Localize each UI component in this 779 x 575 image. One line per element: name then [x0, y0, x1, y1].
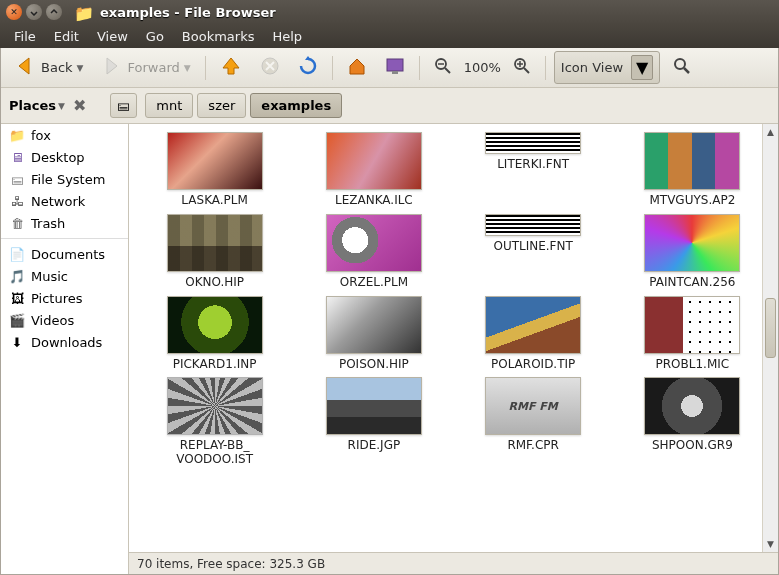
- crumb-szer[interactable]: szer: [197, 93, 246, 118]
- combo-value: Icon View: [561, 60, 623, 75]
- file-item[interactable]: PAINTCAN.256: [617, 214, 768, 290]
- forward-button[interactable]: Forward ▼: [95, 51, 196, 85]
- folder-icon: 🎵: [9, 268, 25, 284]
- crumb-examples[interactable]: examples: [250, 93, 342, 118]
- menu-edit[interactable]: Edit: [46, 27, 87, 46]
- stop-button[interactable]: [254, 52, 286, 84]
- sidebar-item-label: File System: [31, 172, 105, 187]
- file-item[interactable]: PROBL1.MIC: [617, 296, 768, 372]
- file-label: PROBL1.MIC: [656, 358, 730, 372]
- forward-icon: [101, 55, 123, 81]
- sidebar-item-label: Documents: [31, 247, 105, 262]
- menu-bookmarks[interactable]: Bookmarks: [174, 27, 263, 46]
- file-item[interactable]: RIDE.JGP: [298, 377, 449, 467]
- file-item[interactable]: LITERKI.FNT: [458, 132, 609, 208]
- close-button[interactable]: ✕: [6, 4, 22, 20]
- menu-help[interactable]: Help: [264, 27, 310, 46]
- file-thumbnail: [485, 132, 581, 154]
- chevron-down-icon: ▼: [184, 63, 191, 73]
- chevron-down-icon: ▼: [631, 55, 653, 80]
- location-bar: Places ▼ ✖ 🖴 mntszerexamples: [1, 88, 778, 124]
- file-item[interactable]: MTVGUYS.AP2: [617, 132, 768, 208]
- sidebar-item-fox[interactable]: 📁fox: [1, 124, 128, 146]
- menu-view[interactable]: View: [89, 27, 136, 46]
- sidebar-item-trash[interactable]: 🗑Trash: [1, 212, 128, 234]
- window-title: examples - File Browser: [100, 5, 276, 20]
- sidebar-item-label: Music: [31, 269, 68, 284]
- separator: [205, 56, 206, 80]
- sidebar-item-label: Desktop: [31, 150, 85, 165]
- sidebar-item-pictures[interactable]: 🖼Pictures: [1, 287, 128, 309]
- file-item[interactable]: RMF FMRMF.CPR: [458, 377, 609, 467]
- up-button[interactable]: [214, 51, 248, 85]
- sidebar-item-videos[interactable]: 🎬Videos: [1, 309, 128, 331]
- zoom-in-button[interactable]: [507, 53, 537, 83]
- file-label: RMF.CPR: [507, 439, 558, 453]
- search-button[interactable]: [666, 52, 698, 84]
- folder-icon: 🖴: [9, 171, 25, 187]
- zoom-out-icon: [434, 57, 452, 79]
- file-label: REPLAY-BB_ VOODOO.IST: [150, 439, 280, 467]
- file-label: SHPOON.GR9: [652, 439, 733, 453]
- file-thumbnail: [485, 214, 581, 236]
- scrollbar[interactable]: ▲ ▼: [762, 124, 778, 552]
- file-item[interactable]: OKNO.HIP: [139, 214, 290, 290]
- file-thumbnail: [167, 296, 263, 354]
- sidebar-item-desktop[interactable]: 🖥Desktop: [1, 146, 128, 168]
- sidebar-item-documents[interactable]: 📄Documents: [1, 243, 128, 265]
- file-label: OKNO.HIP: [185, 276, 244, 290]
- file-thumbnail: [326, 377, 422, 435]
- computer-button[interactable]: [379, 52, 411, 84]
- drive-crumb[interactable]: 🖴: [110, 93, 137, 118]
- svg-line-4: [445, 68, 450, 73]
- sidebar: 📁fox🖥Desktop🖴File System🖧Network🗑Trash 📄…: [1, 124, 129, 574]
- sidebar-item-downloads[interactable]: ⬇Downloads: [1, 331, 128, 353]
- file-item[interactable]: REPLAY-BB_ VOODOO.IST: [139, 377, 290, 467]
- crumb-mnt[interactable]: mnt: [145, 93, 193, 118]
- minimize-button[interactable]: [26, 4, 42, 20]
- forward-label: Forward: [127, 60, 179, 75]
- file-grid: LASKA.PLMLEZANKA.ILCLITERKI.FNTMTVGUYS.A…: [129, 124, 778, 552]
- reload-button[interactable]: [292, 52, 324, 84]
- app-icon: 📁: [74, 4, 90, 20]
- file-item[interactable]: POISON.HIP: [298, 296, 449, 372]
- file-item[interactable]: POLAROID.TIP: [458, 296, 609, 372]
- scroll-thumb[interactable]: [765, 298, 776, 358]
- places-header[interactable]: Places ▼: [9, 98, 65, 113]
- scroll-up-icon[interactable]: ▲: [763, 124, 778, 140]
- maximize-button[interactable]: [46, 4, 62, 20]
- file-thumbnail: [485, 296, 581, 354]
- chevron-down-icon: ▼: [58, 101, 65, 111]
- view-mode-combo[interactable]: Icon View ▼: [554, 51, 660, 84]
- folder-icon: 🖼: [9, 290, 25, 306]
- folder-icon: 🎬: [9, 312, 25, 328]
- file-item[interactable]: LEZANKA.ILC: [298, 132, 449, 208]
- home-button[interactable]: [341, 52, 373, 84]
- file-item[interactable]: SHPOON.GR9: [617, 377, 768, 467]
- file-label: LITERKI.FNT: [497, 158, 569, 172]
- back-icon: [15, 55, 37, 81]
- sidebar-item-network[interactable]: 🖧Network: [1, 190, 128, 212]
- file-label: LASKA.PLM: [181, 194, 248, 208]
- close-sidebar-icon[interactable]: ✖: [73, 96, 86, 115]
- sidebar-item-label: Downloads: [31, 335, 102, 350]
- back-button[interactable]: Back ▼: [9, 51, 89, 85]
- separator: [332, 56, 333, 80]
- file-thumbnail: [644, 377, 740, 435]
- folder-icon: 🗑: [9, 215, 25, 231]
- file-item[interactable]: ORZEL.PLM: [298, 214, 449, 290]
- file-thumbnail: [326, 296, 422, 354]
- file-item[interactable]: LASKA.PLM: [139, 132, 290, 208]
- sidebar-item-file-system[interactable]: 🖴File System: [1, 168, 128, 190]
- file-item[interactable]: OUTLINE.FNT: [458, 214, 609, 290]
- file-item[interactable]: PICKARD1.INP: [139, 296, 290, 372]
- zoom-in-icon: [513, 57, 531, 79]
- sidebar-item-music[interactable]: 🎵Music: [1, 265, 128, 287]
- menu-file[interactable]: File: [6, 27, 44, 46]
- scroll-down-icon[interactable]: ▼: [763, 536, 778, 552]
- menu-go[interactable]: Go: [138, 27, 172, 46]
- separator: [419, 56, 420, 80]
- sidebar-item-label: Videos: [31, 313, 74, 328]
- zoom-out-button[interactable]: [428, 53, 458, 83]
- separator: [545, 56, 546, 80]
